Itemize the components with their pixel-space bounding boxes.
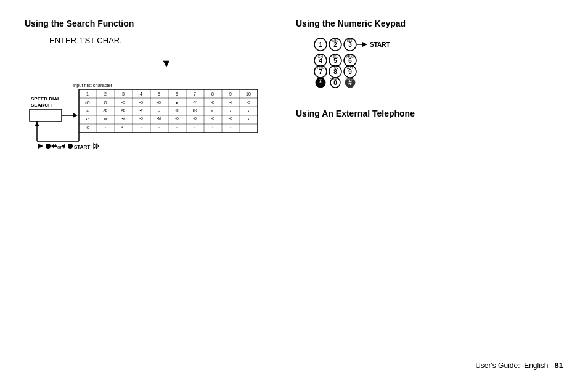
svg-text:•Ê: •Ê bbox=[175, 108, 179, 112]
svg-text:•O: •O bbox=[139, 100, 144, 104]
down-arrow-icon: ▼ bbox=[49, 57, 284, 70]
svg-text:ENTER: ENTER bbox=[345, 78, 355, 81]
svg-text:ABC: ABC bbox=[332, 39, 339, 43]
footer-language: English bbox=[524, 361, 548, 370]
svg-text:•O: •O bbox=[86, 126, 90, 129]
right-column: Using the Numeric Keypad 1 2 ABC 3 DEF S… bbox=[296, 18, 561, 126]
svg-text:Input first character: Input first character bbox=[73, 83, 113, 88]
svg-text:TUV: TUV bbox=[332, 66, 339, 70]
svg-text:•: • bbox=[194, 126, 195, 129]
svg-text:JKL: JKL bbox=[333, 55, 338, 59]
svg-text:MNO: MNO bbox=[346, 55, 354, 59]
svg-text:WXY: WXY bbox=[346, 66, 354, 70]
speed-dial-diagram: SPEED DIAL SEARCH Input first character bbox=[25, 80, 284, 154]
search-section-title: Using the Search Function bbox=[25, 18, 284, 28]
svg-text:•: • bbox=[176, 126, 178, 129]
external-telephone-section: Using An External Telephone bbox=[296, 109, 561, 118]
keypad-svg: 1 2 ABC 3 DEF START 4 GHI 5 JKL 6 bbox=[308, 36, 431, 88]
keypad-diagram: 1 2 ABC 3 DEF START 4 GHI 5 JKL 6 bbox=[308, 36, 561, 90]
svg-text:•: • bbox=[158, 126, 160, 129]
svg-text:ÊK: ÊK bbox=[193, 108, 197, 112]
svg-text:SPEED DIAL: SPEED DIAL bbox=[31, 96, 60, 102]
svg-text:K: K bbox=[211, 109, 214, 113]
svg-point-74 bbox=[46, 144, 51, 149]
svg-text:•Y: •Y bbox=[193, 100, 197, 104]
svg-rect-2 bbox=[30, 109, 62, 121]
numeric-section-title: Using the Numeric Keypad bbox=[296, 18, 561, 28]
svg-text:•O: •O bbox=[157, 100, 161, 104]
svg-text:5: 5 bbox=[158, 92, 160, 96]
svg-text:•O: •O bbox=[85, 100, 89, 105]
svg-text:or: or bbox=[57, 144, 62, 150]
svg-text:1: 1 bbox=[319, 41, 322, 48]
svg-text:•O: •O bbox=[247, 100, 251, 104]
left-column: Using the Search Function ENTER 1'ST CHA… bbox=[25, 18, 284, 154]
svg-text:•: • bbox=[230, 126, 231, 129]
svg-text:•: • bbox=[176, 100, 178, 105]
svg-text:10: 10 bbox=[246, 92, 251, 96]
svg-text:•I: •I bbox=[229, 100, 232, 104]
svg-text:9: 9 bbox=[229, 92, 232, 96]
svg-text:•Z: •Z bbox=[86, 117, 89, 121]
svg-point-78 bbox=[68, 144, 73, 149]
footer-label: User's Guide: bbox=[475, 361, 520, 370]
svg-marker-80 bbox=[94, 144, 96, 149]
svg-text:SEARCH: SEARCH bbox=[31, 102, 52, 108]
svg-marker-75 bbox=[51, 144, 54, 149]
svg-text:•: • bbox=[248, 117, 249, 121]
svg-marker-73 bbox=[38, 144, 43, 149]
footer: User's Guide: English 81 bbox=[475, 361, 563, 370]
svg-text:ÄD: ÄD bbox=[104, 109, 108, 112]
svg-text:3: 3 bbox=[122, 92, 125, 96]
svg-text:•O: •O bbox=[211, 100, 215, 104]
diagram-svg: SPEED DIAL SEARCH Input first character bbox=[25, 80, 271, 150]
svg-text:SPACE: SPACE bbox=[330, 77, 341, 81]
svg-marker-72 bbox=[35, 121, 39, 126]
svg-text:7: 7 bbox=[194, 92, 196, 96]
enter-text: ENTER 1'ST CHAR. bbox=[49, 36, 284, 45]
svg-text:•O: •O bbox=[121, 100, 126, 104]
svg-marker-4 bbox=[73, 113, 78, 118]
svg-text:GHI: GHI bbox=[318, 55, 324, 59]
svg-text:DEF: DEF bbox=[347, 39, 353, 43]
footer-page: 81 bbox=[555, 361, 563, 370]
svg-text:•M: •M bbox=[157, 117, 161, 120]
svg-text:•: • bbox=[141, 126, 142, 129]
svg-text:•O: •O bbox=[175, 117, 179, 120]
svg-text:•O: •O bbox=[193, 117, 197, 120]
svg-text:6: 6 bbox=[176, 92, 178, 96]
svg-text:•O: •O bbox=[211, 117, 214, 120]
svg-text:1: 1 bbox=[86, 92, 89, 96]
svg-text:ÄD: ÄD bbox=[121, 109, 126, 112]
svg-text:P: P bbox=[158, 109, 160, 113]
svg-text:•P: •P bbox=[139, 109, 143, 112]
svg-text:•V: •V bbox=[121, 117, 125, 120]
svg-text:•: • bbox=[230, 109, 231, 113]
svg-text:•: • bbox=[212, 126, 213, 129]
svg-marker-93 bbox=[362, 42, 367, 47]
svg-text:O: O bbox=[104, 100, 107, 105]
page-content: Using the Search Function ENTER 1'ST CHA… bbox=[0, 0, 588, 381]
svg-text:8: 8 bbox=[211, 92, 214, 96]
svg-text:•: • bbox=[248, 109, 249, 113]
svg-text:•O: •O bbox=[121, 125, 125, 129]
svg-text:4: 4 bbox=[140, 92, 142, 96]
svg-text:2: 2 bbox=[104, 92, 107, 96]
svg-text:—: — bbox=[319, 78, 322, 81]
svg-text:•: • bbox=[105, 126, 106, 129]
svg-text:PRS: PRS bbox=[317, 66, 324, 70]
svg-text:START: START bbox=[74, 144, 90, 150]
external-tel-title: Using An External Telephone bbox=[296, 109, 561, 118]
svg-text:A: A bbox=[86, 109, 89, 113]
svg-text:M: M bbox=[104, 117, 107, 121]
svg-text:START: START bbox=[370, 41, 390, 48]
svg-text:•O: •O bbox=[139, 117, 143, 120]
svg-text:•O: •O bbox=[229, 117, 232, 120]
